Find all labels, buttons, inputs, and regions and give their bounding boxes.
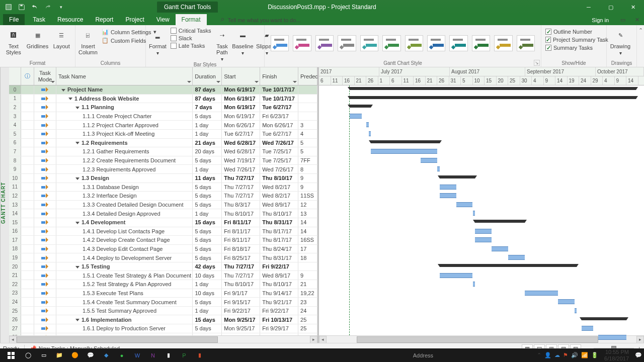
- gantt-style-thumb[interactable]: [271, 35, 289, 51]
- finish-cell[interactable]: Tue 7/25/17: [260, 156, 298, 165]
- task-row[interactable]: 61.2 Requirements21 daysWed 6/28/17Wed 7…: [9, 139, 317, 148]
- predecessor-cell[interactable]: 25: [298, 324, 317, 333]
- finish-cell[interactable]: Wed 7/26/17: [260, 139, 298, 147]
- collapse-icon[interactable]: [75, 177, 79, 180]
- predecessor-cell[interactable]: 14: [298, 227, 317, 236]
- onenote-icon[interactable]: N: [145, 348, 160, 362]
- task-bar[interactable]: [369, 131, 371, 136]
- predecessor-cell[interactable]: 5: [298, 139, 317, 147]
- finish-cell[interactable]: Thu 8/10/17: [260, 280, 298, 289]
- tray-network-icon[interactable]: 📶: [581, 352, 588, 358]
- project-taskbar-icon[interactable]: P: [177, 348, 192, 362]
- tray-people-icon[interactable]: 👤: [544, 352, 551, 358]
- task-name-cell[interactable]: 1.5.4 Create Test Summary Document: [56, 298, 193, 306]
- predecessor-cell[interactable]: 17: [298, 245, 317, 253]
- grid-hscroll[interactable]: ◂ ▸: [9, 335, 317, 343]
- task-name-cell[interactable]: 1.1.3 Project Kick-off Meeting: [56, 130, 193, 138]
- task-mode-cell[interactable]: [34, 262, 56, 271]
- finish-cell[interactable]: Thu 9/21/17: [260, 298, 298, 306]
- task-bar[interactable]: [437, 166, 440, 171]
- collapse-icon[interactable]: [75, 222, 79, 224]
- finish-cell[interactable]: Wed 8/2/17: [260, 192, 298, 200]
- task-mode-cell[interactable]: [34, 201, 56, 209]
- task-mode-cell[interactable]: [34, 103, 56, 112]
- col-header-indicators[interactable]: ⓘ: [21, 67, 34, 85]
- tray-volume-icon[interactable]: 🔊: [571, 352, 578, 358]
- qat-customize-icon[interactable]: ▾: [55, 2, 66, 13]
- col-header-row[interactable]: [9, 67, 21, 85]
- row-number[interactable]: 5: [9, 130, 21, 138]
- task-mode-cell[interactable]: [34, 121, 56, 129]
- summary-tasks-checkbox[interactable]: ✓Summary Tasks: [544, 44, 603, 51]
- summary-bar[interactable]: [475, 220, 525, 223]
- predecessor-cell[interactable]: 18: [298, 253, 317, 262]
- late-tasks-checkbox[interactable]: Late Tasks: [170, 42, 212, 49]
- task-row[interactable]: 131.3.3 Created Detailed Design Document…: [9, 201, 317, 210]
- row-number[interactable]: 14: [9, 209, 21, 218]
- task-bar[interactable]: [421, 158, 437, 163]
- task-mode-cell[interactable]: [34, 95, 56, 103]
- summary-bar[interactable]: [371, 140, 439, 143]
- task-row[interactable]: 101.3 Design11 daysThu 7/27/17Thu 8/10/1…: [9, 174, 317, 183]
- task-bar[interactable]: [473, 211, 475, 216]
- finish-cell[interactable]: Tue 7/25/17: [260, 147, 298, 156]
- tray-battery-icon[interactable]: 🔋: [591, 352, 598, 358]
- start-cell[interactable]: Thu 7/27/17: [222, 183, 260, 192]
- duration-cell[interactable]: 87 days: [193, 95, 222, 103]
- tray-security-icon[interactable]: ⚑: [563, 352, 568, 358]
- scroll-right-icon[interactable]: ▸: [636, 336, 644, 343]
- task-view-icon[interactable]: ▭: [36, 348, 51, 362]
- task-mode-cell[interactable]: [34, 218, 56, 227]
- tray-up-icon[interactable]: ⌃: [537, 352, 541, 358]
- predecessor-cell[interactable]: 24: [298, 307, 317, 315]
- duration-cell[interactable]: 10 days: [193, 271, 222, 280]
- finish-cell[interactable]: Fri 9/22/17: [260, 262, 298, 271]
- summary-bar[interactable]: [350, 105, 371, 108]
- start-cell[interactable]: Mon 6/19/17: [222, 112, 260, 121]
- duration-cell[interactable]: 5 days: [193, 298, 222, 306]
- task-mode-cell[interactable]: [34, 112, 56, 121]
- task-row[interactable]: 41.1.2 Project Charter Approved1 dayMon …: [9, 121, 317, 130]
- duration-cell[interactable]: 5 days: [193, 156, 222, 165]
- row-number[interactable]: 16: [9, 227, 21, 236]
- gantt-style-thumb[interactable]: [338, 35, 356, 51]
- ribbon-tab-task[interactable]: Task: [27, 14, 51, 25]
- task-bar[interactable]: [371, 149, 437, 154]
- ribbon-display-options-icon[interactable]: ▭: [616, 14, 630, 25]
- start-cell[interactable]: Thu 8/10/17: [222, 209, 260, 218]
- collapse-ribbon-icon[interactable]: ⌃: [637, 25, 644, 67]
- task-name-cell[interactable]: 1.5.3 Execute Test Plans: [56, 289, 193, 298]
- layout-button[interactable]: ☰Layout: [51, 26, 72, 49]
- collapse-icon[interactable]: [68, 98, 72, 100]
- predecessor-cell[interactable]: 8: [298, 165, 317, 173]
- task-mode-cell[interactable]: [34, 147, 56, 156]
- duration-cell[interactable]: 1 day: [193, 130, 222, 138]
- text-styles-button[interactable]: 🅰Text Styles: [3, 26, 24, 55]
- minimize-button[interactable]: ─: [578, 0, 600, 14]
- task-row[interactable]: 231.5.3 Execute Test Plans10 daysFri 9/1…: [9, 289, 317, 298]
- close-button[interactable]: ✕: [622, 0, 644, 14]
- col-header-finish[interactable]: Finish: [260, 67, 298, 85]
- task-row[interactable]: 121.3.2 Interface Design5 daysThu 7/27/1…: [9, 192, 317, 201]
- predecessor-cell[interactable]: 7FF: [298, 156, 317, 165]
- gantt-style-thumb[interactable]: [449, 35, 467, 51]
- finish-cell[interactable]: Fri 10/13/17: [260, 315, 298, 324]
- finish-cell[interactable]: Tue 10/17/17: [260, 95, 298, 103]
- task-mode-cell[interactable]: [34, 130, 56, 138]
- row-number[interactable]: 19: [9, 253, 21, 262]
- start-cell[interactable]: Thu 7/27/17: [222, 262, 260, 271]
- row-number[interactable]: 25: [9, 307, 21, 315]
- task-row[interactable]: 31.1.1 Create Project Charter5 daysMon 6…: [9, 112, 317, 121]
- task-row[interactable]: 271.6.1 Deploy to Production Server5 day…: [9, 324, 317, 333]
- gantt-style-thumb[interactable]: [315, 35, 334, 51]
- task-name-cell[interactable]: 1.2.1 Gather Requirements: [56, 147, 193, 156]
- task-mode-cell[interactable]: [34, 307, 56, 315]
- predecessor-cell[interactable]: 9: [298, 183, 317, 192]
- row-number[interactable]: 21: [9, 271, 21, 280]
- predecessor-cell[interactable]: 16SS: [298, 236, 317, 244]
- task-row[interactable]: 241.5.4 Create Test Summary Document5 da…: [9, 298, 317, 307]
- start-cell[interactable]: Tue 6/27/17: [222, 130, 260, 138]
- finish-cell[interactable]: Wed 8/9/17: [260, 201, 298, 209]
- ribbon-tab-project[interactable]: Project: [119, 14, 150, 25]
- finish-cell[interactable]: Thu 8/17/17: [260, 227, 298, 236]
